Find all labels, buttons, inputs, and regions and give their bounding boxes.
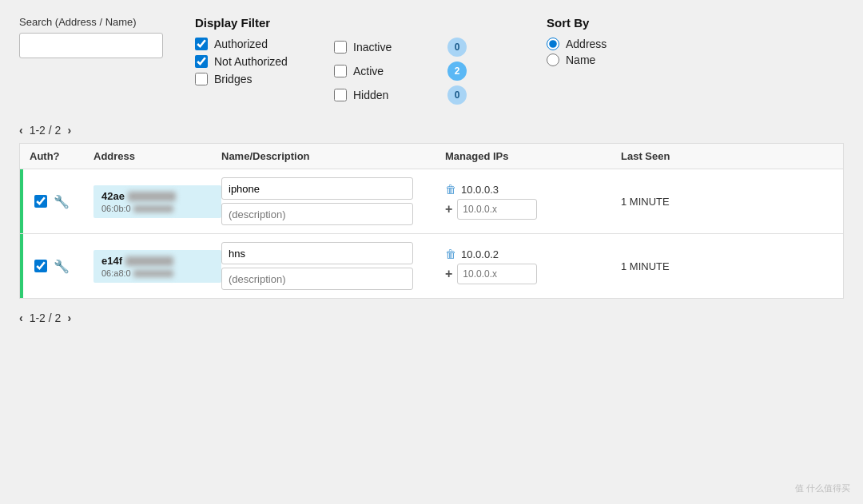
filter-active: Active 2 <box>334 62 467 81</box>
ip-value-0: 10.0.0.3 <box>461 184 499 196</box>
address-sub-blur-0 <box>133 205 173 212</box>
sort-address-label: Address <box>566 38 606 50</box>
filter-hidden-badge: 0 <box>447 85 467 105</box>
row-status-bar <box>20 234 23 298</box>
filter-hidden-label: Hidden <box>353 89 441 101</box>
ip-add-input-0[interactable] <box>457 199 537 220</box>
name-cell-1 <box>221 242 445 290</box>
col-address: Address <box>93 150 221 162</box>
desc-input-0[interactable] <box>221 203 413 225</box>
filter-hidden-checkbox[interactable] <box>334 89 347 101</box>
sort-address: Address <box>547 38 606 50</box>
pagination-next-top[interactable]: › <box>67 124 71 137</box>
filter-authorized-checkbox[interactable] <box>195 38 208 50</box>
filter-not-authorized: Not Authorized <box>195 55 302 68</box>
managed-ip-cell-0: 🗑 10.0.0.3 + <box>445 183 621 220</box>
filter-inactive-badge: 0 <box>447 38 467 57</box>
display-filter-section: Display Filter Authorized Not Authorized… <box>195 16 467 105</box>
plus-icon-1[interactable]: + <box>445 267 452 281</box>
search-section: Search (Address / Name) <box>19 16 163 58</box>
trash-icon-0[interactable]: 🗑 <box>445 183 456 196</box>
pagination-label-bottom: 1-2 / 2 <box>30 312 62 324</box>
filter-hidden: Hidden 0 <box>334 85 467 105</box>
search-input[interactable] <box>19 33 163 58</box>
filter-bridges-label: Bridges <box>214 73 302 85</box>
pagination-bottom: ‹ 1-2 / 2 › <box>19 312 844 324</box>
filter-col-left: Authorized Not Authorized Bridges <box>195 38 302 105</box>
sort-name-label: Name <box>566 54 595 66</box>
address-cell-0: 42ae 06:0b:0 <box>93 185 221 218</box>
auth-checkbox-0[interactable] <box>34 195 47 208</box>
search-label: Search (Address / Name) <box>19 16 163 28</box>
top-controls: Search (Address / Name) Display Filter A… <box>19 16 844 105</box>
filter-inactive: Inactive 0 <box>334 38 467 57</box>
sort-address-radio[interactable] <box>547 38 559 50</box>
sort-section: Sort By Address Name <box>547 16 606 66</box>
ip-row-0: 🗑 10.0.0.3 <box>445 183 621 196</box>
filter-bridges-checkbox[interactable] <box>195 73 208 85</box>
plus-icon-0[interactable]: + <box>445 202 452 216</box>
filter-not-authorized-checkbox[interactable] <box>195 55 208 68</box>
address-sub-blur-1 <box>133 270 173 277</box>
table-row: 🔧 42ae 06:0b:0 🗑 10.0.0 <box>20 169 843 234</box>
filter-inactive-label: Inactive <box>353 41 441 54</box>
last-seen-cell-1: 1 MINUTE <box>621 260 717 272</box>
table-row: 🔧 e14f 06:a8:0 🗑 10.0.0 <box>20 234 843 298</box>
table-header: Auth? Address Name/Description Managed I… <box>20 144 843 169</box>
sort-by-title: Sort By <box>547 16 606 30</box>
filter-not-authorized-label: Not Authorized <box>214 55 302 68</box>
filter-bridges: Bridges <box>195 73 302 85</box>
col-auth: Auth? <box>30 150 93 162</box>
pagination-prev-bottom[interactable]: ‹ <box>19 312 23 324</box>
page-wrapper: Search (Address / Name) Display Filter A… <box>0 0 863 504</box>
ip-add-row-0: + <box>445 199 621 220</box>
name-input-1[interactable] <box>221 242 413 264</box>
device-table: Auth? Address Name/Description Managed I… <box>19 143 844 299</box>
filter-authorized-label: Authorized <box>214 38 302 50</box>
auth-checkbox-1[interactable] <box>34 260 47 272</box>
desc-input-1[interactable] <box>221 268 413 290</box>
pagination-next-bottom[interactable]: › <box>67 312 71 324</box>
auth-cell-1: 🔧 <box>30 259 93 274</box>
wrench-icon-1[interactable]: 🔧 <box>54 259 70 274</box>
address-mac-1: e14f <box>101 255 213 267</box>
trash-icon-1[interactable]: 🗑 <box>445 248 456 260</box>
address-cell-1: e14f 06:a8:0 <box>93 250 221 283</box>
address-sub-1: 06:a8:0 <box>101 268 213 278</box>
filter-inactive-checkbox[interactable] <box>334 41 347 54</box>
last-seen-cell-0: 1 MINUTE <box>621 196 717 208</box>
pagination-top: ‹ 1-2 / 2 › <box>19 124 844 137</box>
col-last-seen: Last Seen <box>621 150 717 162</box>
col-managed-ips: Managed IPs <box>445 150 621 162</box>
filter-active-label: Active <box>353 65 441 77</box>
display-filter-title: Display Filter <box>195 16 467 30</box>
address-mac-0: 42ae <box>101 190 213 202</box>
filter-col-right: Inactive 0 Active 2 Hidden 0 <box>334 38 467 105</box>
ip-add-row-1: + <box>445 264 621 284</box>
row-status-bar <box>20 169 23 233</box>
col-name: Name/Description <box>221 150 445 162</box>
sort-name: Name <box>547 54 606 66</box>
ip-add-input-1[interactable] <box>457 264 537 284</box>
ip-value-1: 10.0.0.2 <box>461 248 499 260</box>
address-blur-1 <box>125 256 173 266</box>
pagination-prev-top[interactable]: ‹ <box>19 124 23 137</box>
managed-ip-cell-1: 🗑 10.0.0.2 + <box>445 248 621 284</box>
watermark: 值 什么值得买 <box>795 482 850 494</box>
ip-row-1: 🗑 10.0.0.2 <box>445 248 621 260</box>
address-blur-0 <box>128 192 176 201</box>
sort-name-radio[interactable] <box>547 54 559 66</box>
filter-active-badge: 2 <box>447 62 467 81</box>
auth-cell-0: 🔧 <box>30 194 93 209</box>
address-sub-0: 06:0b:0 <box>101 204 213 213</box>
filter-active-checkbox[interactable] <box>334 65 347 77</box>
wrench-icon-0[interactable]: 🔧 <box>54 194 70 209</box>
filter-authorized: Authorized <box>195 38 302 50</box>
name-cell-0 <box>221 177 445 225</box>
name-input-0[interactable] <box>221 177 413 200</box>
pagination-label-top: 1-2 / 2 <box>30 124 62 137</box>
